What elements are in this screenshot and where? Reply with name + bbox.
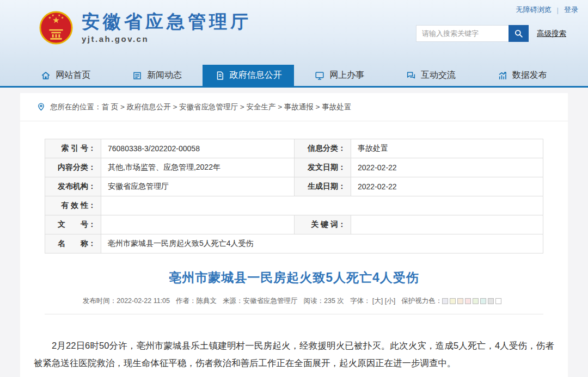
document-icon: [215, 71, 225, 81]
eye-protect-color-swatch[interactable]: [488, 298, 494, 304]
article-body: 2月22日6时50分许，亳州市蒙城县乐土镇建明村一民房起火，经救援明火已被扑灭。…: [20, 314, 568, 372]
utility-bar: 无障碍浏览 | 登录: [516, 5, 578, 15]
view-count: 阅读：235 次: [304, 296, 344, 306]
author: 作者：陈典文: [176, 296, 217, 306]
location-pin-icon: [36, 102, 46, 112]
search-icon: [513, 28, 524, 39]
field-value: 安徽省应急管理厅: [101, 177, 295, 196]
nav-item-home[interactable]: 网站首页: [20, 65, 112, 86]
breadcrumb-trail[interactable]: 首 页 > 政府信息公开 > 安徽省应急管理厅 > 安全生产 > 事故通报 > …: [102, 102, 352, 112]
advanced-search-link[interactable]: 高级搜索: [537, 29, 566, 39]
article-meta: 发布时间：2022-02-22 11:05 作者：陈典文 来源：安徽省应急管理厅…: [20, 296, 568, 306]
field-value: 2022-02-22: [351, 158, 543, 177]
field-value: [101, 215, 295, 234]
source: 来源：安徽省应急管理厅: [223, 296, 298, 306]
table-row: 索 引 号：76080338-3/202202-00058信息分类：事故处置: [45, 139, 543, 158]
document-info-table: 索 引 号：76080338-3/202202-00058信息分类：事故处置内容…: [45, 139, 543, 254]
site-header: 无障碍浏览 | 登录 安徽省应急管理厅 yjt.ah.gov.cn: [0, 0, 588, 65]
breadcrumb: 您所在的位置： 首 页 > 政府信息公开 > 安徽省应急管理厅 > 安全生产 >…: [20, 93, 568, 121]
search-bar: 高级搜索: [416, 25, 566, 42]
field-value: 事故处置: [351, 139, 543, 158]
nav-item-label: 互动交流: [421, 70, 456, 81]
field-value: [351, 215, 543, 234]
field-label: 关 键 词：: [295, 215, 351, 234]
search-button[interactable]: [509, 25, 529, 42]
eye-protect-color-swatch[interactable]: [495, 298, 501, 304]
field-value: 亳州市蒙城县一民房起火致5人死亡4人受伤: [101, 234, 543, 254]
field-value: [101, 196, 543, 215]
publish-time: 发布时间：2022-02-22 11:05: [83, 296, 170, 306]
field-label: 发布机构：: [45, 177, 101, 196]
utility-divider: |: [557, 6, 559, 14]
nav-item-label: 网站首页: [56, 70, 90, 81]
field-label: 内容分类：: [45, 158, 101, 177]
chart-icon: [498, 71, 507, 81]
eye-protect-color-swatch[interactable]: [465, 298, 471, 304]
content-container: 您所在的位置： 首 页 > 政府信息公开 > 安徽省应急管理厅 > 安全生产 >…: [20, 93, 568, 377]
main-nav: 网站首页新闻动态政府信息公开网上办事互动交流数据发布: [0, 65, 588, 88]
field-label: 信息分类：: [295, 139, 351, 158]
table-row: 内容分类：其他,市场监管、应急管理,2022年发文日期：2022-02-22: [45, 158, 543, 177]
table-row: 名 称：亳州市蒙城县一民房起火致5人死亡4人受伤: [45, 234, 543, 254]
table-row: 发布机构：安徽省应急管理厅生成日期：2022-02-22: [45, 177, 543, 196]
nav-item-gov-info[interactable]: 政府信息公开: [203, 65, 294, 86]
site-title: 安徽省应急管理厅: [82, 12, 252, 32]
breadcrumb-label: 您所在的位置：: [50, 102, 102, 112]
article-title: 亳州市蒙城县一民房起火致5人死亡4人受伤: [20, 269, 568, 286]
site-url: yjt.ah.gov.cn: [82, 34, 252, 44]
field-value: 76080338-3/202202-00058: [101, 139, 295, 158]
nav-item-data[interactable]: 数据发布: [476, 65, 568, 86]
field-value: 其他,市场监管、应急管理,2022年: [101, 158, 295, 177]
nav-item-news[interactable]: 新闻动态: [112, 65, 203, 86]
field-value: 2022-02-22: [351, 177, 543, 196]
eye-protect-color-swatch[interactable]: [480, 298, 486, 304]
monitor-icon: [315, 71, 324, 81]
font-size-controls: 字体： [大] [小]: [350, 296, 395, 306]
table-row: 有 效 性：: [45, 196, 543, 215]
eye-protect-color-swatch[interactable]: [442, 298, 448, 304]
nav-item-label: 新闻动态: [147, 70, 182, 81]
login-link[interactable]: 登录: [564, 5, 578, 15]
home-icon: [41, 71, 51, 81]
chat-icon: [406, 71, 416, 81]
eye-protect-color-swatch[interactable]: [457, 298, 463, 304]
font-smaller-button[interactable]: [小]: [385, 297, 395, 305]
nav-item-label: 政府信息公开: [230, 70, 282, 81]
national-emblem-icon: [39, 11, 73, 45]
accessibility-link[interactable]: 无障碍浏览: [516, 5, 552, 15]
field-label: 名 称：: [45, 234, 101, 254]
nav-item-label: 网上办事: [329, 70, 364, 81]
search-input[interactable]: [416, 25, 509, 42]
field-label: 索 引 号：: [45, 139, 101, 158]
table-row: 文 号：关 键 词：: [45, 215, 543, 234]
eye-protect-color-swatch[interactable]: [450, 298, 456, 304]
field-label: 有 效 性：: [45, 196, 101, 215]
nav-item-interaction[interactable]: 互动交流: [385, 65, 477, 86]
eye-protect-colors: 保护视力色：: [401, 296, 501, 306]
field-label: 发文日期：: [295, 158, 351, 177]
field-label: 生成日期：: [295, 177, 351, 196]
font-larger-button[interactable]: [大]: [372, 297, 383, 305]
nav-item-services[interactable]: 网上办事: [294, 65, 385, 86]
news-icon: [132, 71, 142, 81]
field-label: 文 号：: [45, 215, 101, 234]
nav-item-label: 数据发布: [512, 70, 547, 81]
eye-protect-color-swatch[interactable]: [473, 298, 479, 304]
